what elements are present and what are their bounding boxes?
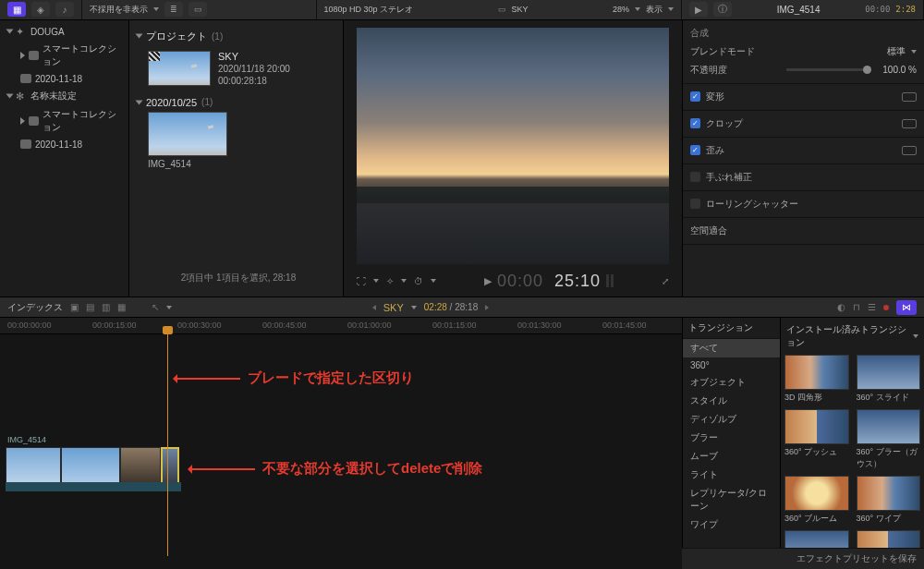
checkbox-icon[interactable]: ✓ [690, 118, 700, 128]
sidebar-item[interactable]: 2020-11-18 [0, 71, 128, 87]
filmstrip-icon[interactable]: ▭ [188, 2, 207, 17]
checkbox-icon[interactable]: ✓ [690, 91, 700, 102]
transitions-grid: インストール済みトランジション 3D 四角形 360° スライド 360° プッ… [781, 318, 924, 569]
retime-icon[interactable]: ⏱ [414, 276, 423, 286]
sidebar-item[interactable]: スマートコレクション [0, 105, 128, 137]
prev-icon[interactable] [358, 305, 376, 310]
category-item[interactable]: ディゾルブ [683, 410, 780, 429]
hide-rejected-label[interactable]: 不採用を非表示 [90, 4, 148, 16]
format-label: 1080p HD 30p ステレオ [324, 4, 414, 16]
reveal-icon[interactable] [902, 92, 917, 102]
inspector-clip-title: IMG_4514 [737, 5, 859, 15]
timeline-title: SKY [383, 302, 404, 313]
clip-thumbnail [148, 112, 227, 156]
chevron-down-icon [373, 279, 379, 283]
transition-item[interactable]: 360° スライド [857, 355, 921, 404]
reveal-icon[interactable] [902, 146, 917, 155]
save-preset-button[interactable]: エフェクトプリセットを保存 [682, 548, 924, 569]
event-header[interactable]: 2020/10/25 (1) [137, 93, 335, 112]
reveal-icon[interactable] [902, 119, 917, 128]
category-item[interactable]: 360° [683, 357, 780, 373]
overwrite-icon[interactable]: ▥ [102, 302, 110, 312]
clip-item[interactable]: IMG_4514 [137, 112, 220, 169]
timeline[interactable]: 00:00:00:00 00:00:15:00 00:00:30:00 00:0… [0, 318, 682, 569]
library-item[interactable]: ✻ 名称未設定 [0, 87, 128, 105]
transition-categories: トランジション すべて 360° オブジェクト スタイル ディゾルブ ブラー ム… [683, 318, 781, 569]
blend-mode-row[interactable]: ブレンドモード 標準 [690, 42, 917, 61]
projects-header[interactable]: プロジェクト (1) [137, 26, 335, 47]
ruler-tick: 00:01:00:00 [347, 321, 392, 330]
snap-icon[interactable]: ⊓ [853, 302, 860, 312]
transition-item[interactable]: 3D 四角形 [784, 355, 849, 404]
inspector-video-icon[interactable]: ▶ [689, 2, 708, 17]
view-menu[interactable]: 表示 [646, 4, 663, 16]
transition-item[interactable]: 360° ワイプ [857, 476, 921, 525]
transform-icon[interactable]: ⛶ [357, 276, 366, 286]
viewer-canvas[interactable] [357, 28, 669, 265]
transition-item[interactable]: 360° プッシュ [784, 409, 849, 470]
checkbox-icon[interactable]: ✓ [690, 199, 700, 209]
index-button[interactable]: インデックス [7, 301, 63, 314]
play-button[interactable]: ▶ [484, 275, 492, 287]
append-icon[interactable]: ▤ [86, 302, 94, 312]
category-item[interactable]: ライト [683, 466, 780, 484]
spatial-row[interactable]: 空間適合 [690, 222, 917, 240]
installed-label: インストール済みトランジション [786, 323, 913, 349]
checkbox-icon[interactable]: ✓ [690, 172, 700, 182]
chevron-down-icon[interactable] [913, 334, 918, 338]
effects-browser-icon[interactable]: ⋈ [896, 300, 917, 315]
disclosure-triangle-icon [136, 100, 143, 104]
crop-row[interactable]: ✓クロップ [690, 115, 917, 133]
category-item[interactable]: すべて [683, 339, 780, 357]
audio-meter [606, 274, 614, 287]
timeline-ruler[interactable]: 00:00:00:00 00:00:15:00 00:00:30:00 00:0… [0, 318, 682, 334]
sidebar-item[interactable]: 2020-11-18 [0, 137, 128, 152]
inspector-info-icon[interactable]: ⓘ [713, 2, 732, 17]
record-icon[interactable] [883, 305, 889, 310]
checkbox-icon[interactable]: ✓ [690, 145, 700, 155]
arrow-icon [176, 378, 240, 380]
list-view-icon[interactable]: ≣ [164, 2, 183, 17]
connect-icon[interactable]: ▦ [117, 302, 126, 312]
transition-item[interactable]: 360° ブルーム [784, 476, 849, 525]
category-item[interactable]: スタイル [683, 392, 780, 410]
library-icon[interactable]: ▦ [7, 2, 26, 17]
solo-icon[interactable]: ☰ [868, 302, 876, 312]
annotation-text: 不要な部分を選択してdeleteで削除 [262, 460, 482, 478]
distort-row[interactable]: ✓歪み [690, 141, 917, 160]
inspector-len: 2:28 [895, 5, 916, 14]
playhead[interactable] [167, 334, 168, 556]
transition-item[interactable]: 360° ブラー（ガウス） [857, 409, 921, 470]
next-icon[interactable] [485, 305, 504, 310]
project-duration: 00:00:28:18 [218, 76, 290, 86]
category-item[interactable]: レプリケータ/クローン [683, 484, 780, 515]
fullscreen-icon[interactable]: ⤢ [662, 276, 669, 286]
category-item[interactable]: ワイプ [683, 515, 780, 534]
transform-row[interactable]: ✓変形 [690, 88, 917, 106]
category-item[interactable]: オブジェクト [683, 373, 780, 392]
category-item[interactable]: ムーブ [683, 447, 780, 466]
annotation: 不要な部分を選択してdeleteで削除 [190, 460, 482, 478]
photos-icon[interactable]: ◈ [31, 2, 50, 17]
selected-clip-segment[interactable] [161, 447, 179, 491]
opacity-slider[interactable] [786, 68, 871, 71]
sidebar-item[interactable]: スマートコレクション [0, 40, 128, 71]
opacity-row[interactable]: 不透明度 100.0 % [690, 61, 917, 79]
enhance-icon[interactable]: ✧ [386, 276, 394, 286]
rolling-row[interactable]: ✓ローリングシャッター [690, 195, 917, 213]
disclosure-triangle-icon [6, 30, 14, 34]
zoom-value[interactable]: 28% [613, 5, 629, 14]
timeline-clip[interactable]: IMG_4514 [6, 447, 181, 491]
insert-icon[interactable]: ▣ [70, 302, 79, 312]
stabilize-row[interactable]: ✓手ぶれ補正 [690, 168, 917, 187]
browser-footer: 2項目中 1項目を選択, 28:18 [135, 272, 342, 284]
select-tool-icon[interactable]: ↖ [152, 302, 159, 312]
category-item[interactable]: ブラー [683, 429, 780, 447]
project-item[interactable]: SKY 2020/11/18 20:00 00:00:28:18 [137, 47, 335, 93]
transitions-header: トランジション [683, 318, 780, 339]
library-item[interactable]: ✦ DOUGA [0, 24, 128, 40]
chevron-down-icon[interactable] [411, 306, 417, 309]
timecode[interactable]: 00:00 25:10 [497, 271, 601, 291]
music-icon[interactable]: ♪ [55, 2, 74, 17]
skimming-icon[interactable]: ◐ [837, 302, 845, 312]
